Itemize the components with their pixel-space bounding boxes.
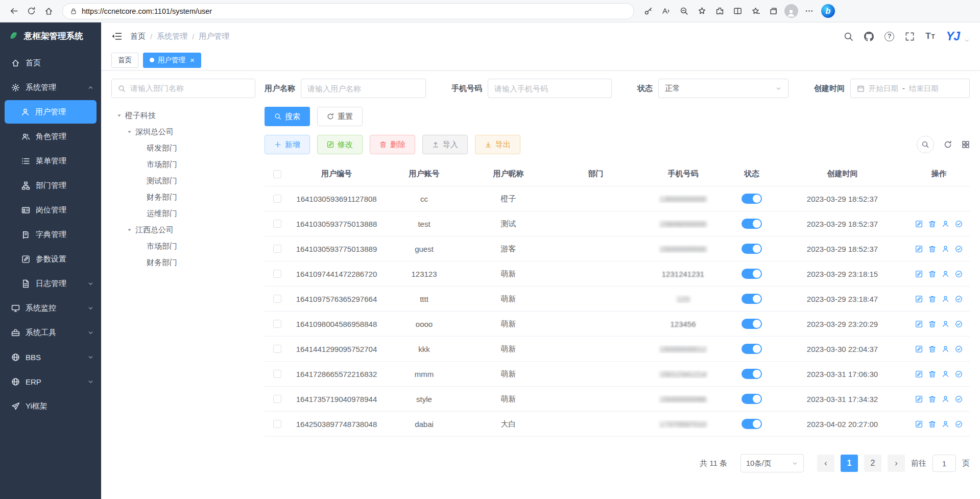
delete-row-icon[interactable] — [928, 320, 936, 328]
tree-node[interactable]: 财务部门 — [111, 254, 255, 271]
sidebar-item-log[interactable]: 日志管理 — [0, 272, 101, 295]
tab-user-management[interactable]: 用户管理 × — [143, 53, 201, 68]
row-checkbox[interactable] — [273, 220, 281, 228]
tree-node[interactable]: 深圳总公司 — [111, 124, 255, 140]
status-select[interactable]: 正常 — [658, 79, 788, 98]
date-range-picker[interactable]: 开始日期 - 结束日期 — [850, 79, 970, 98]
assign-role-icon[interactable] — [955, 320, 963, 328]
edit-row-icon[interactable] — [915, 420, 923, 428]
sidebar-item-system[interactable]: 系统管理 — [0, 76, 101, 99]
row-checkbox[interactable] — [273, 345, 281, 353]
tree-node[interactable]: 研发部门 — [111, 140, 255, 156]
assign-role-icon[interactable] — [955, 420, 963, 428]
reset-password-icon[interactable] — [942, 420, 949, 428]
assign-role-icon[interactable] — [955, 345, 963, 353]
tree-node[interactable]: 江西总公司 — [111, 222, 255, 238]
edit-row-icon[interactable] — [915, 320, 923, 328]
status-toggle[interactable] — [742, 294, 762, 304]
sidebar-item-home[interactable]: 首页 — [0, 51, 101, 75]
profile-avatar[interactable] — [782, 3, 800, 20]
sidebar-item-bbs[interactable]: BBS — [0, 345, 101, 369]
tree-node[interactable]: 市场部门 — [111, 238, 255, 254]
export-button[interactable]: 导出 — [475, 135, 520, 154]
sidebar-item-dept[interactable]: 部门管理 — [0, 174, 101, 197]
phone-input[interactable] — [488, 79, 612, 98]
sidebar-item-post[interactable]: 岗位管理 — [0, 198, 101, 222]
edit-row-icon[interactable] — [915, 295, 923, 303]
status-toggle[interactable] — [742, 369, 762, 379]
collections-icon[interactable] — [764, 3, 782, 20]
delete-row-icon[interactable] — [928, 220, 936, 228]
search-button[interactable]: 搜索 — [265, 107, 310, 126]
row-checkbox[interactable] — [273, 320, 281, 328]
user-avatar[interactable]: YJ — [946, 30, 960, 43]
row-checkbox[interactable] — [273, 370, 281, 378]
caret-down-icon[interactable] — [125, 127, 134, 136]
sidebar-item-dict[interactable]: 字典管理 — [0, 223, 101, 246]
delete-row-icon[interactable] — [928, 345, 936, 353]
bing-icon[interactable]: b — [821, 4, 835, 18]
assign-role-icon[interactable] — [955, 270, 963, 278]
goto-page-input[interactable] — [933, 455, 956, 472]
reset-button[interactable]: 重置 — [317, 107, 363, 126]
extensions-icon[interactable] — [711, 3, 728, 20]
github-icon[interactable] — [864, 32, 874, 41]
sidebar-item-tools[interactable]: 系统工具 — [0, 321, 101, 344]
delete-row-icon[interactable] — [928, 245, 936, 253]
dept-search-input[interactable]: 请输入部门名称 — [111, 79, 255, 98]
status-toggle[interactable] — [742, 344, 762, 354]
reset-password-icon[interactable] — [942, 345, 949, 353]
delete-row-icon[interactable] — [928, 270, 936, 278]
favorites-add-icon[interactable] — [693, 3, 710, 20]
edit-row-icon[interactable] — [915, 370, 923, 378]
modify-button[interactable]: 修改 — [317, 135, 363, 154]
fullscreen-icon[interactable] — [905, 32, 915, 41]
assign-role-icon[interactable] — [955, 370, 963, 378]
delete-button[interactable]: 删除 — [370, 135, 415, 154]
tree-node[interactable]: 测试部门 — [111, 173, 255, 189]
zoom-icon[interactable] — [675, 3, 692, 20]
sidebar-item-monitor[interactable]: 系统监控 — [0, 296, 101, 320]
column-settings-icon[interactable] — [962, 140, 970, 149]
caret-down-icon[interactable] — [114, 111, 124, 120]
edit-row-icon[interactable] — [915, 245, 923, 253]
tree-node[interactable]: 运维部门 — [111, 205, 255, 222]
tree-node[interactable]: 市场部门 — [111, 156, 255, 173]
sidebar-item-menu[interactable]: 菜单管理 — [0, 149, 101, 173]
search-icon[interactable] — [844, 32, 853, 41]
key-icon[interactable] — [639, 3, 657, 20]
assign-role-icon[interactable] — [955, 395, 963, 403]
row-checkbox[interactable] — [273, 195, 281, 203]
split-screen-icon[interactable] — [729, 3, 746, 20]
assign-role-icon[interactable] — [955, 220, 963, 228]
refresh-table-icon[interactable] — [944, 140, 952, 149]
status-toggle[interactable] — [742, 419, 762, 429]
page-button-2[interactable]: 2 — [864, 455, 881, 472]
more-options-icon[interactable] — [800, 3, 818, 20]
collapse-sidebar-icon[interactable] — [111, 32, 122, 41]
row-checkbox[interactable] — [273, 245, 281, 253]
status-toggle[interactable] — [742, 394, 762, 404]
status-toggle[interactable] — [742, 269, 762, 279]
add-button[interactable]: 新增 — [265, 135, 310, 154]
breadcrumb-item-system[interactable]: 系统管理 — [157, 32, 187, 41]
edit-row-icon[interactable] — [915, 270, 923, 278]
sidebar-item-role[interactable]: 角色管理 — [0, 125, 101, 148]
edit-row-icon[interactable] — [915, 395, 923, 403]
reset-password-icon[interactable] — [942, 220, 949, 228]
tree-node[interactable]: 橙子科技 — [111, 107, 255, 124]
delete-row-icon[interactable] — [928, 420, 936, 428]
row-checkbox[interactable] — [273, 295, 281, 303]
page-button-1[interactable]: 1 — [841, 455, 858, 472]
browser-refresh-button[interactable] — [22, 3, 40, 20]
status-toggle[interactable] — [742, 219, 762, 229]
username-input[interactable] — [301, 79, 426, 98]
assign-role-icon[interactable] — [955, 245, 963, 253]
toggle-search-icon[interactable] — [917, 136, 934, 153]
reset-password-icon[interactable] — [942, 295, 949, 303]
reset-password-icon[interactable] — [942, 370, 949, 378]
assign-role-icon[interactable] — [955, 295, 963, 303]
caret-down-icon[interactable] — [125, 225, 134, 234]
row-checkbox[interactable] — [273, 395, 281, 403]
close-tab-icon[interactable]: × — [190, 56, 195, 64]
